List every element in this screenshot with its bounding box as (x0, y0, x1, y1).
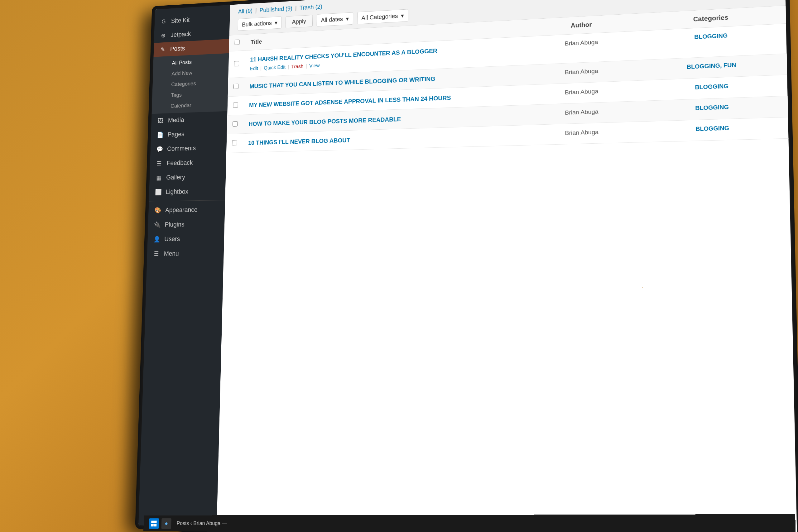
sidebar-item-users[interactable]: 👤 Users (148, 231, 225, 247)
select-all-checkbox[interactable] (235, 40, 240, 45)
filter-published[interactable]: Published (9) (259, 5, 292, 13)
action-separator: | (288, 64, 289, 70)
filter-all[interactable]: All (9) (238, 7, 253, 15)
chevron-down-icon: ▾ (274, 19, 278, 26)
post-author-4: Brian Abuga (532, 107, 632, 117)
column-checkbox (229, 35, 245, 51)
sidebar-label-feedback: Feedback (167, 159, 193, 167)
row-checkbox-cell (227, 96, 244, 115)
monitor-screen: G Site Kit ⊕ Jetpack ✎ Posts All Posts A… (138, 0, 798, 532)
post-categories-3[interactable]: BLOGGING (645, 81, 780, 93)
post-action-quick-edit-1[interactable]: Quick Edit (264, 64, 286, 71)
post-checkbox-3[interactable] (233, 102, 238, 108)
sidebar-label-media: Media (168, 116, 184, 125)
post-author-2: Brian Abuga (532, 66, 632, 77)
post-author-1: Brian Abuga (532, 37, 631, 49)
svg-rect-0 (151, 520, 154, 523)
post-author-cell: Brian Abuga (526, 31, 638, 65)
sidebar-item-menu[interactable]: ☰ Menu (147, 246, 224, 261)
post-checkbox-2[interactable] (233, 84, 239, 89)
bulk-actions-dropdown[interactable]: Bulk actions ▾ (238, 16, 282, 31)
post-categories-cell: BLOGGING (639, 117, 788, 142)
sidebar-label-menu: Menu (164, 250, 179, 258)
post-author-cell: Brian Abuga (526, 101, 639, 125)
sidebar-label-pages: Pages (167, 130, 185, 138)
comments-icon: 💬 (156, 146, 164, 153)
sidebar-item-media[interactable]: 🖼 Media (151, 111, 227, 128)
post-categories-4[interactable]: BLOGGING (645, 102, 781, 113)
monitor-frame: G Site Kit ⊕ Jetpack ✎ Posts All Posts A… (135, 0, 798, 532)
row-checkbox-cell (226, 134, 243, 153)
plugins-icon: 🔌 (153, 221, 161, 228)
post-categories-2[interactable]: BLOGGING, FUN (645, 60, 780, 72)
sidebar-item-comments[interactable]: 💬 Comments (150, 140, 227, 156)
chrome-icon: ● (165, 520, 168, 527)
lightbox-icon: ⬜ (154, 189, 162, 196)
row-checkbox-cell (228, 77, 244, 97)
posts-submenu: All Posts Add New Categories Tags Calend… (152, 53, 229, 114)
post-author-cell: Brian Abuga (526, 121, 639, 145)
post-author-cell: Brian Abuga (526, 80, 639, 105)
start-button[interactable] (149, 518, 159, 529)
post-author-3: Brian Abuga (532, 87, 632, 97)
row-checkbox-cell (227, 115, 244, 134)
category-filter-dropdown[interactable]: All Categories ▾ (357, 9, 408, 24)
posts-icon: ✎ (159, 46, 167, 53)
jetpack-icon: ⊕ (159, 32, 167, 39)
taskbar-app-icon[interactable]: ● (162, 518, 171, 529)
sidebar-label-posts: Posts (170, 44, 185, 53)
sidebar-item-plugins[interactable]: 🔌 Plugins (148, 216, 225, 232)
action-separator: | (260, 65, 262, 71)
sidebar-divider (149, 200, 225, 202)
sidebar-item-lightbox[interactable]: ⬜ Lightbox (149, 184, 226, 200)
sidebar-label-appearance: Appearance (165, 206, 197, 214)
post-categories-5[interactable]: BLOGGING (645, 124, 781, 134)
post-checkbox-1[interactable] (234, 61, 239, 66)
date-chevron-icon: ▾ (346, 15, 349, 22)
svg-rect-3 (154, 524, 156, 526)
post-checkbox-4[interactable] (232, 121, 238, 127)
taskbar-title: Posts ‹ Brian Abuga — (176, 520, 227, 527)
apply-button[interactable]: Apply (286, 15, 313, 28)
category-chevron-icon: ▾ (401, 12, 404, 19)
media-icon: 🖼 (157, 117, 165, 124)
gallery-icon: ▦ (155, 174, 163, 182)
sidebar-item-gallery[interactable]: ▦ Gallery (149, 169, 226, 185)
post-action-edit-1[interactable]: Edit (250, 65, 259, 72)
sidebar-label-users: Users (164, 235, 180, 243)
taskbar: ● Posts ‹ Brian Abuga — (144, 514, 796, 532)
users-icon: 👤 (153, 235, 161, 243)
date-filter-dropdown[interactable]: All dates ▾ (317, 12, 353, 26)
post-title-5[interactable]: 10 THINGS I'LL NEVER BLOG ABOUT (248, 131, 520, 147)
svg-rect-2 (151, 524, 154, 526)
post-author-5: Brian Abuga (532, 128, 632, 137)
sidebar-label-site-kit: Site Kit (171, 16, 190, 25)
posts-table: Title Author Categories 11 HARSH REALITY… (217, 6, 798, 532)
svg-rect-1 (154, 520, 157, 523)
post-categories-1[interactable]: BLOGGING (645, 30, 779, 43)
post-action-view-1[interactable]: View (309, 63, 320, 69)
sidebar-item-pages[interactable]: 📄 Pages (151, 126, 227, 142)
post-action-trash-1[interactable]: Trash (291, 63, 303, 70)
sidebar-label-lightbox: Lightbox (166, 188, 188, 196)
sidebar-label-comments: Comments (167, 144, 196, 152)
sidebar-item-appearance[interactable]: 🎨 Appearance (148, 202, 225, 217)
post-checkbox-5[interactable] (232, 140, 237, 145)
feedback-icon: ☰ (155, 160, 163, 167)
site-kit-icon: G (160, 18, 167, 25)
filter-trash[interactable]: Trash (2) (300, 3, 323, 12)
sidebar-item-feedback[interactable]: ☰ Feedback (150, 155, 226, 171)
submenu-calendar[interactable]: Calendar (168, 98, 228, 112)
sidebar-label-gallery: Gallery (166, 174, 185, 182)
action-separator: | (306, 63, 307, 69)
menu-icon: ☰ (152, 250, 160, 257)
post-title-4[interactable]: HOW TO MAKE YOUR BLOG POSTS MORE READABL… (248, 111, 520, 128)
row-checkbox-cell (228, 51, 245, 78)
main-content: All (9) | Published (9) | Trash (2) Bulk… (217, 0, 798, 532)
appearance-icon: 🎨 (154, 207, 162, 214)
sidebar-label-jetpack: Jetpack (171, 30, 191, 39)
pages-icon: 📄 (156, 131, 164, 138)
sidebar-label-plugins: Plugins (165, 221, 184, 228)
sidebar: G Site Kit ⊕ Jetpack ✎ Posts All Posts A… (138, 5, 230, 530)
